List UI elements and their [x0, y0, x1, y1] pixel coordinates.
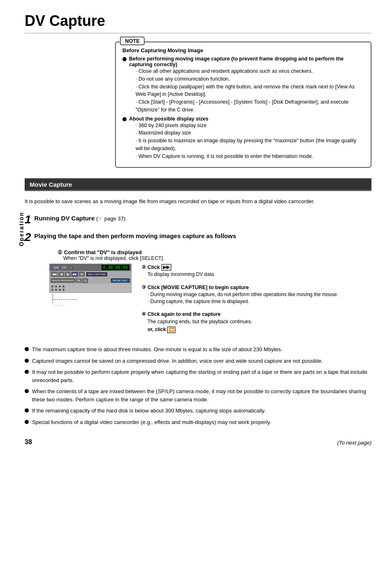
callout-2-note: To display incomming DV data	[148, 271, 371, 278]
page-title: DV Capture	[25, 12, 371, 30]
note-sub-2-2: Maximized display size	[136, 129, 364, 137]
or-click-label: or, click	[148, 327, 166, 332]
dv-btn-play[interactable]: ▶	[65, 272, 71, 277]
bullet-dot-4	[25, 389, 29, 393]
step-2-number: 2	[25, 232, 31, 243]
page-number: 38	[25, 438, 32, 446]
callout-4-header: ④ Click again to end the capture	[142, 310, 371, 318]
step-2-content: Playing the tape and then perform moving…	[35, 232, 236, 241]
title-divider	[25, 33, 371, 33]
callout-2-title: Click	[148, 264, 160, 271]
dv-btn-rew[interactable]: ◀◀	[51, 272, 58, 277]
sidebar-label: Operation	[18, 212, 25, 246]
note-sub-2-3: It is possible to maximize an image disp…	[136, 137, 364, 153]
dv-btn-stop[interactable]: ■	[79, 272, 85, 276]
dv-timecode: 0:00:00:00	[101, 265, 129, 270]
bullet-item-4: When the contents of a tape are mixed be…	[25, 387, 371, 403]
step-2-title: Playing the tape and then perform moving…	[35, 232, 236, 239]
callout-3-sub-1: · During moving image capture, do not pe…	[148, 291, 371, 298]
callout-4-or-click: or, click ⏪	[148, 326, 371, 333]
dv-screen-mockup: CAM 240 DV 0:00:00:00 ◀◀ ◀ ▶ ▶▶ ■ REC CA…	[49, 264, 136, 308]
note-bullet-2: About the possible display sizes 360 by …	[122, 116, 364, 160]
page-container: Operation DV Capture NOTE Before Capturi…	[0, 0, 392, 458]
note-box: NOTE Before Capturing Moving Image Befor…	[115, 42, 371, 168]
step-1-ref: (☞ page 37)	[96, 215, 125, 222]
step2-callouts: ② Click ▶▶ To display incomming DV data …	[136, 264, 371, 337]
callout-3: ③ Click [MOVIE CAPTURE] to begin capture…	[142, 284, 371, 305]
bullet-dot-6	[25, 420, 29, 424]
section-intro: It is possible to save scenes as a movin…	[25, 197, 371, 206]
bullet-item-5: If the remaining capacity of the hard di…	[25, 407, 371, 415]
callout-2-btn[interactable]: ▶▶	[161, 264, 171, 271]
callout-4-note: The capturing ends, but the playback con…	[148, 318, 371, 325]
bullet-dot-2	[25, 359, 29, 363]
note-bullet-1: Before performing moving image capture (…	[122, 56, 364, 114]
dv-grid-btn[interactable]: ⊡	[82, 278, 88, 283]
bullet-text-3: It may not be possible to perform captur…	[32, 368, 371, 384]
bullet-text-4: When the contents of a tape are mixed be…	[32, 387, 371, 403]
callout-4-num: ④	[142, 311, 146, 317]
note-bullet-1-bold: Before performing moving image capture (…	[129, 56, 344, 67]
dv-dot-1	[51, 285, 53, 287]
bullet-dot-3	[25, 370, 29, 374]
dv-dot-5	[51, 289, 53, 291]
bullet-item-3: It may not be possible to perform captur…	[25, 368, 371, 384]
bullet-item-6: Special functions of a digital video cam…	[25, 418, 371, 426]
dv-dot-8	[62, 289, 65, 291]
dv-movie-cap-btn[interactable]: MOVIE CAP...	[111, 278, 130, 283]
bullet-text-5: If the remaining capacity of the hard di…	[32, 407, 265, 415]
section-divider	[25, 191, 371, 191]
dv-screen: CAM 240 DV 0:00:00:00 ◀◀ ◀ ▶ ▶▶ ■ REC CA…	[49, 264, 131, 293]
bullet-item-1: The maximum capture time is about three …	[25, 345, 371, 354]
confirm-dv-note: When "DV" is not displayed, click [SELEC…	[63, 255, 371, 261]
callout-3-num: ③	[142, 284, 146, 291]
bullet-text-6: Special functions of a digital video cam…	[32, 418, 271, 426]
note-sub-bullet-1: Close all other applications and residen…	[136, 67, 364, 114]
or-click-btn[interactable]: ⏪	[167, 327, 175, 333]
bullet-dot-1	[25, 347, 29, 351]
bullet-list: The maximum capture time is about three …	[25, 345, 371, 426]
dv-ctrl-row: ◀◀ ◀ ▶ ▶▶ ■ REC CAPTURE	[50, 271, 131, 278]
dv-browser-btn[interactable]: IMAGE BROWSER	[51, 278, 75, 283]
dv-tb-btn[interactable]: TB	[76, 278, 81, 283]
note-sub-1-2: Do not use any communication function.	[136, 75, 364, 83]
bullet-text-1: The maximum capture time is about three …	[32, 345, 282, 354]
dv-btn-ff[interactable]: ▶▶	[71, 272, 78, 277]
note-sub-2-4: When DV Capture is running, it is not po…	[136, 153, 364, 160]
note-bullet-2-bold: About the possible display sizes	[129, 116, 208, 122]
note-bullet-1-text: Before performing moving image capture (…	[129, 56, 364, 67]
dv-header-dv: DV	[68, 266, 74, 269]
callout-2-num: ②	[142, 264, 146, 271]
note-title: Before Capturing Moving Image	[122, 47, 364, 53]
confirm-dv-num: ①	[58, 249, 62, 255]
page-footer: 38 (To next page)	[25, 434, 371, 446]
section-header: Movie Capture	[25, 178, 371, 191]
callout-4: ④ Click again to end the capture The cap…	[142, 310, 371, 333]
callout-4-title: Click again to end the capture	[148, 310, 221, 318]
dv-btn-prev[interactable]: ◀	[58, 272, 64, 277]
dv-badge: CAM	[51, 266, 60, 269]
dv-dots-area	[50, 284, 131, 292]
dv-dot-7	[59, 289, 61, 291]
confirm-dv-title: Confirm that "DV" is displayed	[64, 249, 142, 255]
bullet-dot-5	[25, 408, 29, 412]
confirm-dv-row: ① Confirm that "DV" is displayed When "D…	[58, 249, 371, 261]
bullet-circle-1	[122, 57, 127, 61]
note-sub-1-3: Click the desktop (wallpaper) with the r…	[136, 83, 364, 99]
dv-rec-capture-btn[interactable]: REC CAPTURE	[86, 272, 107, 276]
dashed-lines: · · · · · ·	[49, 294, 136, 308]
step-1-content: Running DV Capture (☞ page 37)	[35, 214, 126, 223]
bullet-text-2: Captured images cannot be saved on a com…	[32, 357, 323, 365]
note-sub-bullet-2: 360 by 240 pixels display size Maximized…	[136, 122, 364, 160]
callout-3-header: ③ Click [MOVIE CAPTURE] to begin capture	[142, 284, 371, 291]
diagram-area: CAM 240 DV 0:00:00:00 ◀◀ ◀ ▶ ▶▶ ■ REC CA…	[49, 264, 371, 337]
note-sub-1-1: Close all other applications and residen…	[136, 67, 364, 75]
step-1: 1 Running DV Capture (☞ page 37)	[25, 214, 371, 225]
dv-bottom-row: IMAGE BROWSER TB ⊡ MOVIE CAP...	[50, 278, 131, 284]
step-2: 2 Playing the tape and then perform movi…	[25, 232, 371, 243]
dv-header-num: 240	[62, 266, 67, 269]
callout-2: ② Click ▶▶ To display incomming DV data	[142, 264, 371, 278]
note-sub-1-4: Click [Start] - [Programs] - [Accessorie…	[136, 98, 364, 114]
dv-dot-6	[55, 289, 57, 291]
next-page: (To next page)	[337, 440, 371, 446]
